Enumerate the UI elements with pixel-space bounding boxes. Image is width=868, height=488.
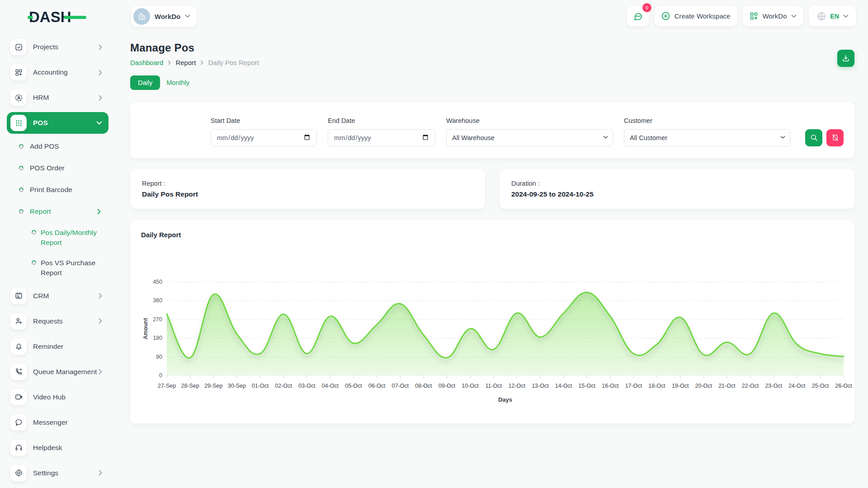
svg-text:10-Oct: 10-Oct	[462, 383, 479, 389]
start-date-label: Start Date	[211, 117, 317, 124]
sidebar-item-helpdesk[interactable]: Helpdesk	[10, 435, 114, 460]
download-icon	[842, 54, 850, 62]
workspace-name: WorkDo	[155, 13, 180, 20]
chevron-down-icon	[185, 14, 190, 18]
sidebar-item-accounting[interactable]: Accounting	[10, 60, 114, 85]
clear-filter-icon	[831, 134, 839, 141]
reset-filter-button[interactable]	[826, 129, 844, 146]
sidebar-item-requests[interactable]: Requests	[10, 309, 114, 334]
language-label: EN	[830, 13, 839, 20]
helpdesk-icon	[14, 443, 23, 452]
sidebar-subitem-print-barcode[interactable]: Print Barcode	[10, 179, 114, 201]
svg-text:Days: Days	[498, 396, 512, 403]
svg-text:04-Oct: 04-Oct	[322, 383, 339, 389]
svg-text:13-Oct: 13-Oct	[532, 383, 549, 389]
svg-text:11-Oct: 11-Oct	[485, 383, 502, 389]
svg-text:0: 0	[159, 372, 162, 379]
sidebar-item-label: Messenger	[33, 418, 102, 427]
tab-monthly[interactable]: Monthly	[166, 75, 189, 90]
svg-text:22-Oct: 22-Oct	[742, 383, 759, 389]
chat-icon	[633, 11, 643, 21]
apply-filter-button[interactable]	[805, 129, 822, 146]
svg-text:06-Oct: 06-Oct	[368, 383, 386, 389]
projects-icon	[14, 43, 23, 52]
sidebar-subitem-report[interactable]: Report	[10, 201, 114, 222]
sidebar-item-settings[interactable]: Settings	[10, 460, 114, 486]
svg-text:26-Oct: 26-Oct	[835, 383, 852, 389]
create-workspace-button[interactable]: Create Workspace	[655, 6, 737, 26]
tab-daily[interactable]: Daily	[130, 75, 160, 90]
svg-text:12-Oct: 12-Oct	[509, 383, 526, 389]
sidebar-subitem-pos-daily-monthly-report[interactable]: Pos Daily/Monthly Report	[10, 222, 114, 253]
sidebar-item-video-hub[interactable]: Video Hub	[10, 385, 114, 410]
svg-text:14-Oct: 14-Oct	[555, 383, 572, 389]
sidebar-item-label: Reminder	[33, 343, 102, 351]
bullet-icon	[31, 229, 37, 235]
video-icon	[14, 393, 23, 401]
workspace-avatar	[133, 8, 150, 25]
crm-icon	[14, 291, 23, 300]
svg-text:07-Oct: 07-Oct	[392, 383, 409, 389]
svg-text:29-Sep: 29-Sep	[204, 383, 222, 389]
svg-text:02-Oct: 02-Oct	[275, 383, 292, 389]
sidebar-item-crm[interactable]: CRM	[10, 283, 114, 309]
bullet-icon	[18, 187, 24, 193]
requests-icon	[14, 317, 23, 325]
sidebar-item-messenger[interactable]: Messenger	[10, 410, 114, 435]
customer-select[interactable]: All Customer	[624, 129, 790, 146]
sidebar-item-label: Requests	[33, 317, 99, 325]
sidebar-item-pos[interactable]: POS	[7, 112, 108, 134]
filter-bar: Start Date End Date Warehouse All Wareho…	[130, 102, 854, 158]
sidebar-item-label: Projects	[33, 43, 99, 51]
sidebar-item-label: Helpdesk	[33, 444, 102, 452]
main-content: Manage Pos Dashboard Report Daily Pos Re…	[122, 33, 868, 423]
sidebar-item-reminder[interactable]: Reminder	[10, 334, 114, 359]
chevron-right-icon	[168, 60, 171, 65]
svg-text:17-Oct: 17-Oct	[625, 383, 642, 389]
chevron-down-icon	[791, 14, 797, 18]
svg-text:270: 270	[153, 316, 162, 323]
page-title: Manage Pos	[130, 42, 854, 54]
bullet-icon	[18, 208, 24, 215]
report-summary-card: Report : Daily Pos Report	[130, 169, 485, 209]
svg-text:03-Oct: 03-Oct	[298, 383, 316, 389]
sidebar-item-label: CRM	[33, 292, 99, 300]
sidebar-item-projects[interactable]: Projects	[10, 34, 114, 60]
breadcrumb-dashboard[interactable]: Dashboard	[130, 59, 163, 66]
sidebar-item-hrm[interactable]: HRM	[10, 85, 114, 110]
breadcrumb-report[interactable]: Report	[175, 59, 196, 66]
start-date-input[interactable]	[211, 129, 317, 146]
sidebar-item-queue-management[interactable]: Queue Management	[10, 359, 114, 385]
daily-report-card: Daily Report 09018027036045027-Sep28-Sep…	[130, 220, 854, 423]
end-date-label: End Date	[328, 117, 435, 124]
warehouse-select[interactable]: All Warehouse	[446, 129, 613, 146]
svg-text:28-Sep: 28-Sep	[181, 383, 199, 389]
grid-plus-icon	[749, 11, 759, 21]
chevron-down-icon	[843, 14, 849, 18]
customer-label: Customer	[624, 117, 790, 124]
language-menu[interactable]: EN	[809, 6, 856, 26]
sidebar-item-label: POS	[33, 119, 96, 127]
report-tabs: Daily Monthly	[130, 75, 854, 90]
svg-text:180: 180	[153, 335, 162, 341]
breadcrumb: Dashboard Report Daily Pos Report	[130, 59, 854, 66]
svg-text:24-Oct: 24-Oct	[788, 383, 806, 389]
download-button[interactable]	[837, 50, 854, 67]
sidebar-item-label: Settings	[33, 469, 99, 477]
reminder-icon	[14, 342, 23, 351]
accounting-icon	[14, 68, 23, 77]
svg-text:27-Sep: 27-Sep	[158, 383, 176, 389]
svg-text:90: 90	[156, 354, 162, 360]
sidebar-subitem-add-pos[interactable]: Add POS	[10, 136, 114, 157]
workspace-switcher[interactable]: WorkDo	[131, 6, 197, 27]
company-menu-label: WorkDo	[763, 12, 787, 20]
sidebar-subitem-pos-order[interactable]: POS Order	[10, 157, 114, 179]
sidebar-subitem-pos-vs-purchase-report[interactable]: Pos VS Purchase Report	[10, 253, 114, 283]
sidebar-item-label: Queue Management	[33, 368, 99, 376]
daily-report-chart: 09018027036045027-Sep28-Sep29-Sep30-Sep0…	[141, 252, 844, 410]
messages-button[interactable]: 0	[627, 6, 649, 26]
globe-icon	[816, 11, 826, 21]
end-date-input[interactable]	[328, 129, 435, 146]
company-menu[interactable]: WorkDo	[743, 6, 803, 26]
bullet-icon	[31, 259, 37, 266]
